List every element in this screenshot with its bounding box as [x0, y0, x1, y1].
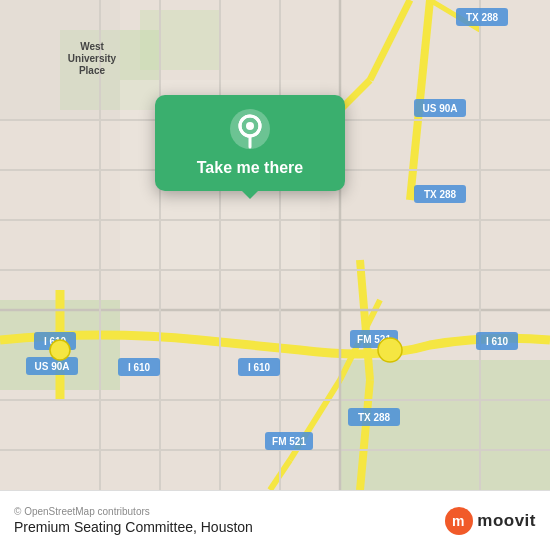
bottom-left: © OpenStreetMap contributors Premium Sea…: [14, 506, 253, 535]
moovit-text: moovit: [477, 511, 536, 531]
moovit-icon: m: [445, 507, 473, 535]
svg-point-57: [50, 340, 70, 360]
svg-text:West: West: [80, 41, 104, 52]
svg-text:FM 521: FM 521: [272, 436, 306, 447]
svg-text:US 90A: US 90A: [422, 103, 457, 114]
take-me-there-label: Take me there: [197, 159, 303, 177]
svg-point-56: [378, 338, 402, 362]
svg-text:I 610: I 610: [248, 362, 271, 373]
location-card[interactable]: Take me there: [155, 95, 345, 191]
svg-text:University: University: [68, 53, 117, 64]
moovit-m-icon: m: [450, 512, 468, 530]
svg-text:m: m: [452, 513, 464, 529]
location-name: Premium Seating Committee, Houston: [14, 519, 253, 535]
svg-text:I 610: I 610: [128, 362, 151, 373]
svg-text:TX 288: TX 288: [358, 412, 391, 423]
svg-text:I 610: I 610: [486, 336, 509, 347]
moovit-logo: m moovit: [445, 507, 536, 535]
svg-rect-4: [140, 10, 220, 70]
svg-text:Place: Place: [79, 65, 106, 76]
bottom-bar: © OpenStreetMap contributors Premium Sea…: [0, 490, 550, 550]
svg-point-60: [246, 122, 254, 130]
svg-text:TX 288: TX 288: [466, 12, 499, 23]
map-container: TX 288 TX 288 TX 288 US 90A US 90A I 610…: [0, 0, 550, 490]
map-attribution: © OpenStreetMap contributors: [14, 506, 253, 517]
location-pin-icon: [228, 107, 272, 151]
svg-text:US 90A: US 90A: [34, 361, 69, 372]
svg-text:TX 288: TX 288: [424, 189, 457, 200]
